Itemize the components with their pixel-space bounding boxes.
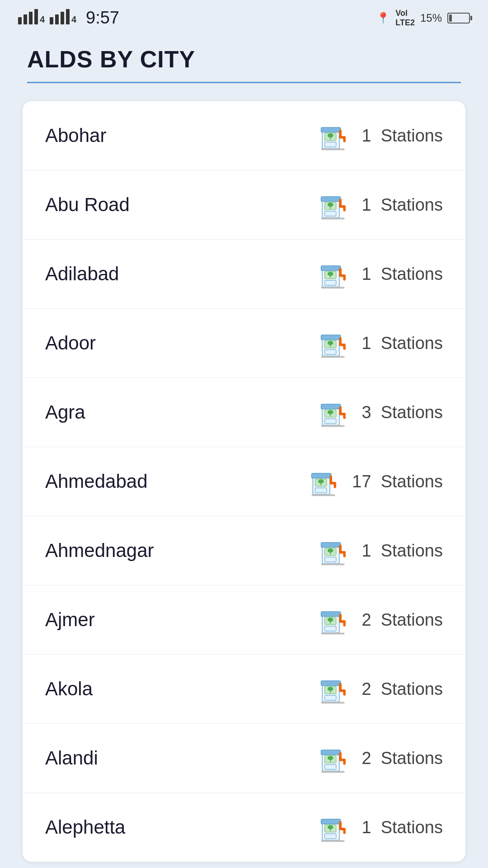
city-row[interactable]: Abohar	[23, 101, 465, 170]
station-info: 1 Stations	[319, 810, 443, 844]
svg-rect-49	[321, 356, 345, 358]
svg-point-73	[328, 548, 333, 552]
battery-percent: 15%	[420, 12, 442, 24]
city-list-card: Abohar	[23, 101, 465, 862]
svg-rect-88	[343, 621, 346, 627]
station-info: 1 Stations	[319, 533, 443, 568]
station-icon	[310, 464, 342, 499]
city-row[interactable]: Akola	[23, 655, 465, 724]
station-icon	[319, 188, 352, 222]
svg-rect-119	[321, 840, 345, 842]
svg-rect-99	[321, 702, 345, 704]
city-name: Ahmednagar	[45, 540, 154, 561]
svg-rect-51	[321, 404, 341, 409]
main-content: Abohar	[0, 92, 488, 868]
svg-rect-5	[50, 17, 53, 24]
signal-icon-1: 4G	[18, 9, 45, 27]
station-icon	[319, 118, 352, 153]
svg-rect-65	[315, 488, 327, 493]
svg-point-13	[328, 133, 333, 137]
station-count: 1 Stations	[361, 541, 443, 561]
station-icon	[319, 741, 352, 775]
svg-rect-7	[61, 12, 64, 24]
station-count: 3 Stations	[361, 403, 443, 422]
station-info: 1 Stations	[319, 188, 443, 222]
svg-point-23	[328, 203, 333, 207]
svg-rect-89	[321, 633, 345, 635]
city-row[interactable]: Abu Road	[23, 170, 465, 240]
svg-point-53	[328, 410, 333, 414]
svg-point-43	[328, 341, 333, 345]
svg-rect-109	[321, 771, 345, 773]
svg-point-63	[318, 479, 324, 483]
status-bar-right: 📍 VolLTE2 15%	[376, 9, 470, 28]
svg-rect-108	[343, 759, 346, 765]
station-icon	[319, 672, 352, 706]
svg-rect-111	[321, 819, 341, 824]
city-name: Abu Road	[45, 194, 130, 216]
city-row[interactable]: Ajmer	[23, 585, 465, 655]
svg-rect-61	[312, 473, 331, 478]
svg-rect-28	[343, 206, 346, 212]
city-name: Agra	[45, 401, 85, 423]
svg-text:4G: 4G	[71, 14, 77, 24]
city-row[interactable]: Adilabad	[23, 240, 465, 309]
station-count: 1 Stations	[361, 126, 443, 146]
station-count: 2 Stations	[361, 679, 443, 699]
city-row[interactable]: Ahmednagar	[23, 516, 465, 585]
city-name: Abohar	[45, 125, 106, 146]
svg-rect-29	[321, 218, 345, 220]
svg-rect-18	[343, 137, 346, 142]
svg-rect-48	[343, 344, 346, 350]
svg-rect-39	[321, 287, 345, 289]
station-info: 1 Stations	[319, 326, 443, 360]
station-icon	[319, 257, 352, 291]
svg-rect-78	[343, 552, 346, 557]
station-count: 1 Stations	[361, 264, 443, 284]
city-name: Ahmedabad	[45, 471, 148, 492]
status-bar-left: 4G 4G 9:57	[18, 8, 119, 28]
svg-point-33	[328, 272, 333, 276]
city-name: Akola	[45, 678, 93, 700]
svg-rect-21	[321, 197, 341, 202]
svg-rect-95	[325, 695, 336, 700]
station-count: 1 Stations	[361, 195, 443, 215]
station-icon	[319, 603, 352, 637]
svg-rect-45	[325, 349, 336, 354]
station-info: 2 Stations	[319, 672, 443, 706]
svg-rect-75	[325, 557, 336, 562]
svg-rect-1	[23, 14, 27, 24]
svg-rect-15	[325, 142, 336, 147]
svg-rect-38	[343, 275, 346, 281]
svg-rect-25	[325, 211, 336, 216]
svg-rect-55	[325, 419, 336, 424]
svg-rect-85	[325, 626, 336, 631]
station-info: 3 Stations	[319, 395, 443, 429]
svg-rect-68	[334, 482, 336, 488]
station-icon	[319, 326, 352, 360]
battery-icon	[447, 13, 470, 24]
city-row[interactable]: Alandi	[23, 724, 465, 793]
signal-icon-2: 4G	[50, 9, 77, 27]
svg-rect-31	[321, 266, 341, 271]
svg-rect-58	[343, 413, 346, 419]
svg-rect-118	[343, 828, 346, 834]
city-row[interactable]: Adoor	[23, 309, 465, 378]
svg-text:4G: 4G	[40, 14, 45, 24]
svg-rect-41	[321, 335, 341, 340]
station-count: 17 Stations	[352, 472, 443, 491]
svg-rect-19	[321, 149, 345, 151]
svg-point-103	[328, 756, 333, 760]
svg-rect-8	[66, 9, 70, 24]
city-name: Adilabad	[45, 263, 119, 285]
city-name: Adoor	[45, 332, 96, 354]
city-row[interactable]: Ahmedabad	[23, 447, 465, 516]
city-row[interactable]: Agra	[23, 378, 465, 447]
svg-rect-35	[325, 280, 336, 285]
station-info: 2 Stations	[319, 603, 443, 637]
station-info: 2 Stations	[319, 741, 443, 775]
status-time: 9:57	[86, 8, 119, 28]
svg-rect-11	[321, 127, 341, 132]
city-row[interactable]: Alephetta	[23, 793, 465, 862]
svg-rect-79	[321, 564, 345, 566]
